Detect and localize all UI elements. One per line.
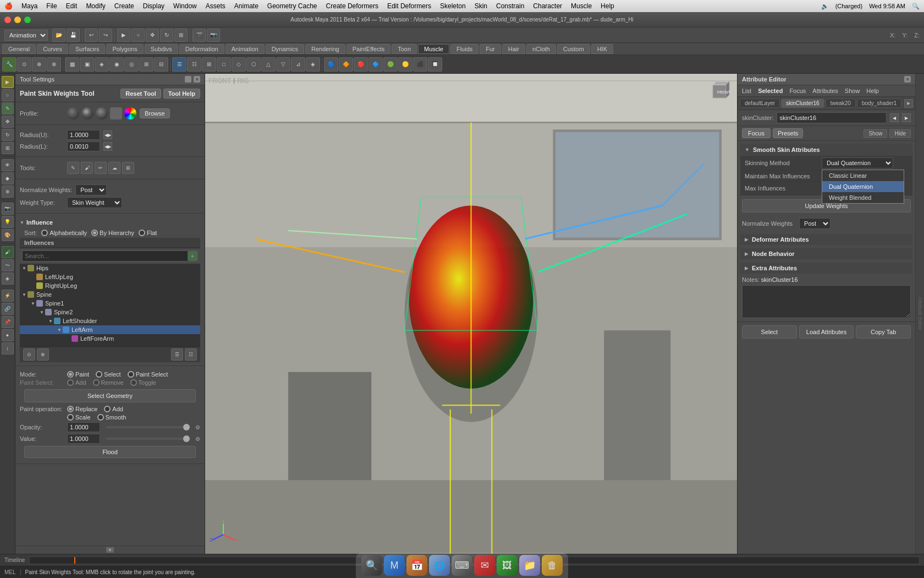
spotlight-icon[interactable]: 🔍 (912, 3, 920, 10)
attr-arrow-right[interactable]: ▶ (902, 113, 911, 122)
constrain-menu[interactable]: Constrain (496, 2, 524, 10)
shelf-tab-hik[interactable]: HIK (591, 44, 613, 54)
dock-app1[interactable]: 🖼 (497, 555, 518, 576)
tree-item-leftforearm[interactable]: LeftForeArm (20, 334, 200, 343)
ps-remove-opt[interactable]: Remove (93, 379, 124, 386)
reset-tool-btn[interactable]: Reset Tool (120, 89, 161, 99)
shelf-icon-2[interactable]: ⊙ (17, 57, 31, 72)
influence-header[interactable]: ▼ Influence (20, 217, 200, 228)
dual-quaternion-option[interactable]: Dual Quaternion (822, 181, 904, 192)
edit-deformers-menu[interactable]: Edit Deformers (387, 2, 431, 10)
tool-clone[interactable]: ⊞ (122, 162, 134, 174)
show-hide-tool[interactable]: 👁 (2, 159, 14, 171)
inf-btn-4[interactable]: ☷ (185, 348, 197, 361)
browse-button[interactable]: Browse (140, 108, 170, 118)
traffic-lights[interactable] (4, 17, 31, 23)
create-menu[interactable]: Create (114, 2, 134, 10)
profile-soft[interactable] (81, 107, 94, 119)
tree-arrow-hips[interactable]: ▼ (22, 266, 28, 271)
apple-menu[interactable]: 🍎 (4, 2, 13, 10)
weight-blended-option[interactable]: Weight Blended (822, 192, 904, 203)
mode-paint-select-radio[interactable] (128, 371, 134, 378)
scroll-bottom[interactable]: ▼ (15, 546, 205, 554)
op-scale-opt[interactable]: Scale (67, 414, 91, 421)
sort-flat-radio[interactable] (139, 230, 145, 236)
mode-paint-select-opt[interactable]: Paint Select (128, 371, 168, 378)
select-tool[interactable]: ▶ (2, 76, 14, 88)
move-icon[interactable]: ✥ (146, 29, 159, 42)
tool-pencil[interactable]: ✎ (67, 162, 79, 174)
op-add-opt[interactable]: Add (104, 406, 123, 412)
dock-trash[interactable]: 🗑 (542, 555, 563, 576)
shelf-icon-21[interactable]: ◈ (306, 57, 320, 72)
joint-tool[interactable]: ● (2, 329, 14, 341)
character-menu[interactable]: Character (533, 2, 562, 10)
help-menu[interactable]: Help (601, 2, 614, 10)
shelf-icon-16[interactable]: ◇ (232, 57, 246, 72)
value-settings[interactable]: ⚙ (195, 436, 200, 442)
add-influence-btn[interactable]: + (188, 251, 197, 261)
render-tool[interactable]: 🎨 (2, 229, 14, 241)
shelf-icon-25[interactable]: 🔷 (369, 57, 383, 72)
shelf-tab-fluids[interactable]: Fluids (450, 44, 479, 54)
tool-eraser[interactable]: ✏ (95, 162, 107, 174)
shelf-icon-24[interactable]: 🔴 (354, 57, 368, 72)
op-replace-radio[interactable] (67, 406, 74, 412)
ps-remove-radio[interactable] (93, 379, 100, 386)
mode-paint-opt[interactable]: Paint (67, 371, 89, 378)
normalize-weights-select[interactable]: Post Pre None (799, 218, 831, 229)
shelf-tab-rendering[interactable]: Rendering (305, 44, 345, 54)
tree-arrow-spine2[interactable]: ▼ (40, 310, 45, 315)
rotate-icon[interactable]: ↻ (160, 29, 173, 42)
close-button[interactable] (4, 17, 11, 23)
dock-chrome[interactable]: 🌐 (429, 555, 450, 576)
select-geometry-btn[interactable]: Select Geometry (24, 389, 196, 402)
ik-tool[interactable]: ↕ (2, 342, 14, 355)
influence-tree[interactable]: ▼ Hips LeftUpLeg RightUpLeg (20, 264, 200, 346)
tree-item-spine[interactable]: ▼ Spine (20, 290, 200, 299)
attr-help-menu[interactable]: Help (866, 88, 879, 94)
normalize-select[interactable]: Post Pre None (75, 184, 107, 195)
tool-brush[interactable]: 🖌 (81, 162, 93, 174)
shelf-tab-painteffects[interactable]: PaintEffects (346, 44, 391, 54)
op-smooth-radio[interactable] (97, 414, 104, 421)
curve-tool[interactable]: 〜 (2, 259, 14, 271)
skinning-method-popup[interactable]: Classic Linear Dual Quaternion Weight Bl… (822, 170, 904, 204)
paint-brush-tool[interactable]: 🖌 (2, 246, 14, 258)
ps-add-radio[interactable] (67, 379, 74, 386)
shelf-tab-general[interactable]: General (2, 44, 36, 54)
shelf-icon-23[interactable]: 🔶 (339, 57, 353, 72)
attr-load-attrs-btn[interactable]: Load Attributes (799, 325, 854, 339)
ipr-icon[interactable]: 📷 (207, 29, 220, 42)
influences-search-input[interactable] (23, 252, 188, 260)
opacity-settings[interactable]: ⚙ (195, 424, 200, 430)
smooth-skin-header[interactable]: ▼ Smooth Skin Attributes (740, 144, 912, 156)
op-scale-radio[interactable] (67, 414, 74, 421)
tree-item-leftupleg[interactable]: LeftUpLeg (20, 272, 200, 281)
value-slider-thumb[interactable] (183, 435, 190, 442)
geometry-cache-menu[interactable]: Geometry Cache (267, 2, 317, 10)
opacity-slider-thumb[interactable] (183, 424, 190, 430)
camera-tool[interactable]: 📷 (2, 203, 14, 215)
skin-menu[interactable]: Skin (475, 2, 487, 10)
shelf-icon-5[interactable]: ▦ (65, 57, 79, 72)
constraint-tool[interactable]: 🔗 (2, 303, 14, 315)
ps-toggle-radio[interactable] (130, 379, 137, 386)
profile-square[interactable] (110, 107, 122, 119)
shelf-tab-muscle[interactable]: Muscle (418, 44, 449, 54)
flood-btn[interactable]: Flood (24, 446, 196, 458)
tree-arrow-spine[interactable]: ▼ (22, 292, 28, 297)
shelf-icon-15[interactable]: □ (217, 57, 231, 72)
shelf-icon-13[interactable]: ☷ (187, 57, 201, 72)
shelf-tab-hair[interactable]: Hair (502, 44, 525, 54)
scroll-down-arrow[interactable]: ▼ (106, 547, 114, 553)
shelf-icon-26[interactable]: 🟢 (383, 57, 398, 72)
sort-hier-radio[interactable] (91, 230, 98, 236)
modify-menu[interactable]: Modify (86, 2, 105, 10)
radius-u-input[interactable] (67, 130, 100, 140)
inf-btn-3[interactable]: ☰ (171, 348, 183, 361)
dock-app2[interactable]: 📁 (519, 555, 540, 576)
shelf-icon-20[interactable]: ⊿ (291, 57, 305, 72)
hide-btn[interactable]: Hide (889, 129, 911, 138)
scale-tool[interactable]: ⊞ (2, 142, 14, 154)
